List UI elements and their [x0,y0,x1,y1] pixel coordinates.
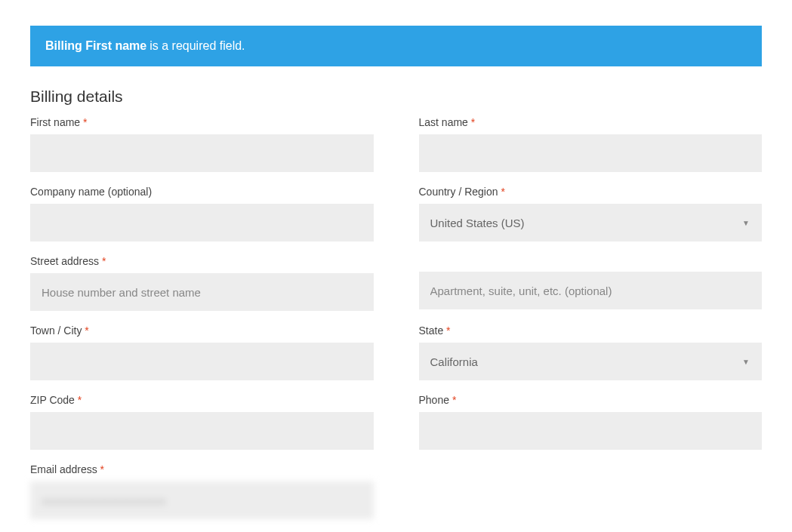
last-name-field-wrapper: Last name * [419,116,763,172]
required-marker: * [83,116,87,128]
alert-message: is a required field. [149,39,245,53]
town-input[interactable] [30,343,374,380]
required-marker: * [452,394,456,406]
required-marker: * [100,463,104,475]
email-field-wrapper: Email address * [30,463,374,519]
section-title: Billing details [30,88,762,106]
email-label-text: Email address [30,463,97,475]
state-select-wrapper: California ▼ [419,343,763,380]
state-select[interactable]: California [419,343,763,380]
required-marker: * [446,324,450,337]
zip-label-text: ZIP Code [30,394,75,406]
email-input[interactable] [30,481,374,519]
company-input[interactable] [30,204,374,241]
error-alert: Billing First name is a required field. [30,26,762,66]
town-label: Town / City * [30,324,374,337]
required-marker: * [85,324,88,337]
company-field-wrapper: Company name (optional) [30,186,374,241]
required-marker: * [78,394,82,406]
street-label-text: Street address [30,255,99,267]
last-name-label-text: Last name [419,116,468,128]
state-label-text: State [419,324,444,337]
first-name-label: First name * [30,116,374,128]
first-name-label-text: First name [30,116,80,128]
billing-form-grid: First name * Last name * Company name (o… [30,116,762,532]
phone-input[interactable] [419,412,763,450]
street2-label-spacer [419,255,763,272]
zip-input[interactable] [30,412,374,450]
checkout-form: Billing First name is a required field. … [0,0,792,532]
alert-field-name: Billing First name [45,39,146,53]
street-field-wrapper: Street address * [30,255,374,311]
town-label-text: Town / City [30,324,82,337]
country-select-wrapper: United States (US) ▼ [419,204,763,241]
street-address-input[interactable] [30,273,374,311]
email-label: Email address * [30,463,374,475]
empty-cell [419,463,763,532]
first-name-input[interactable] [30,134,374,172]
phone-label-text: Phone [419,394,449,406]
town-field-wrapper: Town / City * [30,324,374,380]
required-marker: * [501,186,504,198]
country-field-wrapper: Country / Region * United States (US) ▼ [419,186,763,241]
first-name-field-wrapper: First name * [30,116,374,172]
country-select[interactable]: United States (US) [419,204,763,241]
street-label: Street address * [30,255,374,267]
state-field-wrapper: State * California ▼ [419,324,763,380]
zip-field-wrapper: ZIP Code * [30,394,374,450]
phone-field-wrapper: Phone * [419,394,763,450]
street-address-2-input[interactable] [419,272,763,309]
phone-label: Phone * [419,394,763,406]
zip-label: ZIP Code * [30,394,374,406]
company-label: Company name (optional) [30,186,374,198]
street2-field-wrapper [419,255,763,311]
last-name-label: Last name * [419,116,763,128]
required-marker: * [102,255,106,267]
state-label: State * [419,324,763,337]
country-label-text: Country / Region [419,186,498,198]
required-marker: * [471,116,475,128]
last-name-input[interactable] [419,134,763,172]
country-label: Country / Region * [419,186,763,198]
